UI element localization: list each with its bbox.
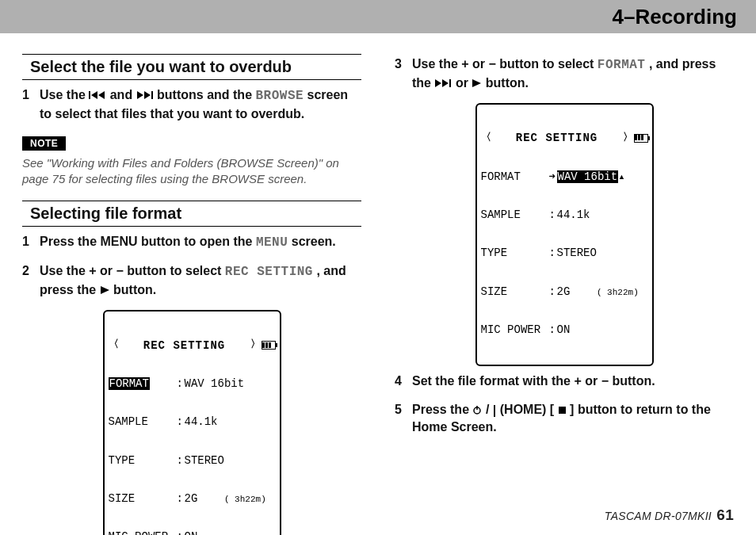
next-track-icon: [136, 87, 154, 105]
step-text: Use the and buttons and the BROWSE scree…: [40, 86, 361, 122]
step-text: Use the + or − button to select FORMAT ,…: [412, 55, 734, 92]
svg-rect-9: [449, 79, 451, 87]
step-text: Set the file format with the + or − butt…: [412, 373, 734, 390]
step-item: 1 Use the and buttons and the BROWSE scr…: [22, 86, 361, 122]
chapter-header-bar: 4–Recording: [0, 0, 756, 33]
step-item: 1 Press the MENU button to open the MENU…: [22, 233, 361, 252]
play-icon: [100, 282, 110, 300]
page-number: 61: [716, 506, 734, 523]
lcd-titlebar: 〈REC SETTING〉: [109, 339, 276, 352]
step-number: 1: [22, 233, 40, 252]
lcd-titlebar: 〈REC SETTING〉: [481, 132, 648, 144]
section-heading-overdub: Select the file you want to overdub: [22, 54, 361, 80]
battery-icon: [262, 341, 276, 350]
left-column: Select the file you want to overdub 1 Us…: [22, 46, 361, 535]
battery-icon: [634, 134, 648, 143]
svg-rect-0: [89, 91, 90, 99]
prev-track-icon: [89, 87, 106, 105]
steps-right-2: 4 Set the file format with the + or − bu…: [395, 373, 734, 436]
svg-marker-4: [144, 91, 151, 99]
note-badge: NOTE: [22, 136, 66, 151]
step-item: 4 Set the file format with the + or − bu…: [395, 373, 734, 390]
svg-marker-1: [91, 91, 97, 99]
two-column-layout: Select the file you want to overdub 1 Us…: [0, 33, 756, 535]
step-item: 3 Use the + or − button to select FORMAT…: [395, 55, 734, 92]
svg-rect-13: [559, 407, 566, 414]
step-item: 5 Press the / | (HOME) [ ] button to ret…: [395, 401, 734, 436]
steps-overdub: 1 Use the and buttons and the BROWSE scr…: [22, 86, 361, 122]
steps-format: 1 Press the MENU button to open the MENU…: [22, 233, 361, 300]
section-heading-format: Selecting file format: [22, 201, 361, 227]
power-icon: [472, 402, 482, 419]
browse-screen-label: BROWSE: [255, 89, 304, 103]
svg-rect-5: [151, 91, 153, 99]
steps-right: 3 Use the + or − button to select FORMAT…: [395, 55, 734, 92]
step-number: 3: [395, 55, 412, 92]
pause-bar-icon: |: [493, 402, 496, 419]
svg-marker-3: [137, 91, 143, 99]
step-number: 1: [22, 86, 40, 122]
step-text: Press the / | (HOME) [ ] button to retur…: [412, 401, 734, 436]
lcd-rec-setting-2: 〈REC SETTING〉 FORMAT➜WAV 16bit▴ SAMPLE:4…: [475, 103, 654, 366]
next-track-icon: [434, 75, 452, 93]
chapter-title: 4–Recording: [613, 5, 738, 29]
step-number: 5: [395, 401, 412, 436]
step-item: 2 Use the + or − button to select REC SE…: [22, 262, 361, 299]
lcd-rec-setting-1: 〈REC SETTING〉 FORMAT:WAV 16bit SAMPLE:44…: [103, 310, 281, 535]
menu-screen-label: MENU: [256, 235, 288, 250]
note-text: See "Working with Files and Folders (BRO…: [22, 155, 361, 188]
rec-setting-label: REC SETTING: [225, 265, 313, 279]
right-column: 3 Use the + or − button to select FORMAT…: [395, 46, 734, 535]
step-text: Use the + or − button to select REC SETT…: [40, 262, 361, 299]
page-footer: TASCAM DR-07MKII 61: [605, 506, 734, 524]
product-model: TASCAM DR-07MKII: [605, 510, 712, 522]
svg-marker-7: [435, 79, 441, 87]
format-label: FORMAT: [598, 58, 646, 72]
play-icon: [472, 75, 482, 93]
step-number: 2: [22, 262, 40, 299]
manual-page: 4–Recording Select the file you want to …: [0, 0, 756, 535]
stop-icon: [558, 402, 567, 419]
svg-marker-8: [442, 79, 449, 87]
step-text: Press the MENU button to open the MENU s…: [40, 233, 361, 252]
svg-marker-10: [472, 79, 481, 87]
svg-marker-2: [98, 91, 105, 99]
svg-marker-6: [101, 286, 109, 294]
step-number: 4: [395, 373, 412, 390]
